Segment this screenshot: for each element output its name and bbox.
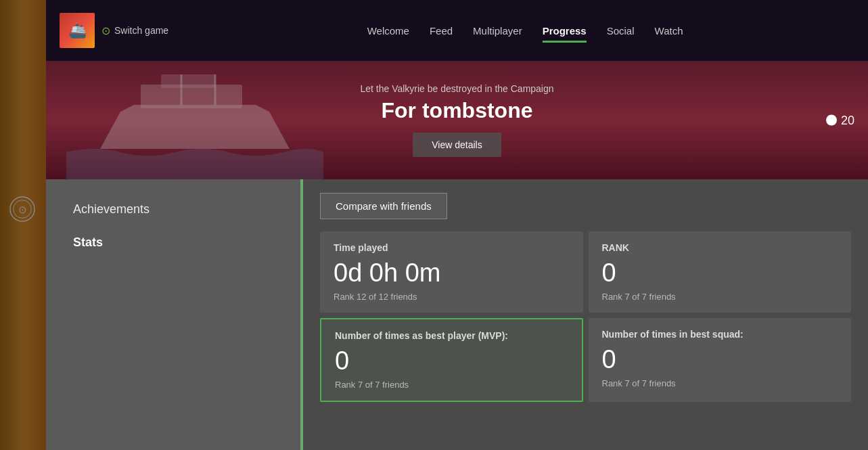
stat-rank-rank: Rank 7 of 7 friends (602, 292, 838, 302)
stat-value-mvp: 0 (335, 346, 568, 376)
nav-item-stats[interactable]: Stats (46, 226, 300, 259)
nav-bar: 🚢 ⊙ Switch game Welcome Feed Multiplayer… (46, 0, 868, 61)
gamerscore-icon (826, 115, 837, 126)
hero-text: Let the Valkyrie be destroyed in the Cam… (360, 83, 553, 157)
nav-item-achievements[interactable]: Achievements (46, 193, 300, 226)
stats-grid: Time played 0d 0h 0m Rank 12 of 12 frien… (320, 231, 851, 402)
nav-progress[interactable]: Progress (543, 22, 587, 40)
stat-rank-time: Rank 12 of 12 friends (334, 292, 570, 302)
ship-silhouette-icon (66, 71, 323, 179)
left-sidebar: ⊙ (0, 0, 46, 450)
svg-rect-3 (141, 85, 242, 108)
stat-card-time-played: Time played 0d 0h 0m Rank 12 of 12 frien… (320, 231, 583, 313)
stat-value-time: 0d 0h 0m (334, 258, 570, 288)
stat-label-rank: RANK (602, 242, 838, 253)
gamerscore-value: 20 (841, 113, 854, 127)
compare-with-friends-button[interactable]: Compare with friends (320, 193, 447, 219)
svg-text:⊙: ⊙ (18, 204, 27, 215)
nav-multiplayer[interactable]: Multiplayer (473, 22, 522, 40)
gamerscore: 20 (826, 113, 854, 127)
hero-banner: Let the Valkyrie be destroyed in the Cam… (46, 61, 868, 179)
stat-rank-mvp: Rank 7 of 7 friends (335, 380, 568, 390)
xbox-logo-icon: ⊙ (9, 196, 35, 222)
nav-feed[interactable]: Feed (430, 22, 453, 40)
stat-card-rank: RANK 0 Rank 7 of 7 friends (589, 231, 852, 313)
svg-rect-4 (161, 74, 215, 88)
achievement-subtitle: Let the Valkyrie be destroyed in the Cam… (360, 83, 553, 94)
left-nav-panel: Achievements Stats (46, 179, 303, 450)
nav-social[interactable]: Social (607, 22, 635, 40)
stat-label-time: Time played (334, 242, 570, 253)
main-content: 🚢 ⊙ Switch game Welcome Feed Multiplayer… (46, 0, 868, 450)
nav-links: Welcome Feed Multiplayer Progress Social… (196, 22, 854, 40)
stat-rank-squad: Rank 7 of 7 friends (602, 378, 838, 388)
stat-value-squad: 0 (602, 345, 838, 374)
game-info: 🚢 ⊙ Switch game (60, 13, 168, 48)
nav-welcome[interactable]: Welcome (367, 22, 409, 40)
view-details-button[interactable]: View details (413, 133, 501, 157)
screen: ⊙ 🚢 ⊙ Switch game Welcome Feed Multiplay… (0, 0, 868, 450)
stat-label-mvp: Number of times as best player (MVP): (335, 330, 568, 341)
stat-value-rank: 0 (602, 258, 838, 288)
stat-card-mvp: Number of times as best player (MVP): 0 … (320, 318, 583, 402)
stat-label-squad: Number of times in best squad: (602, 329, 838, 340)
game-thumbnail: 🚢 (60, 13, 95, 48)
stats-area: Compare with friends Time played 0d 0h 0… (303, 179, 868, 450)
achievement-title: For tombstone (360, 98, 553, 123)
stat-card-best-squad: Number of times in best squad: 0 Rank 7 … (589, 318, 852, 402)
nav-watch[interactable]: Watch (655, 22, 683, 40)
bottom-section: Achievements Stats Compare with friends … (46, 179, 868, 450)
switch-game-button[interactable]: ⊙ Switch game (101, 24, 168, 37)
